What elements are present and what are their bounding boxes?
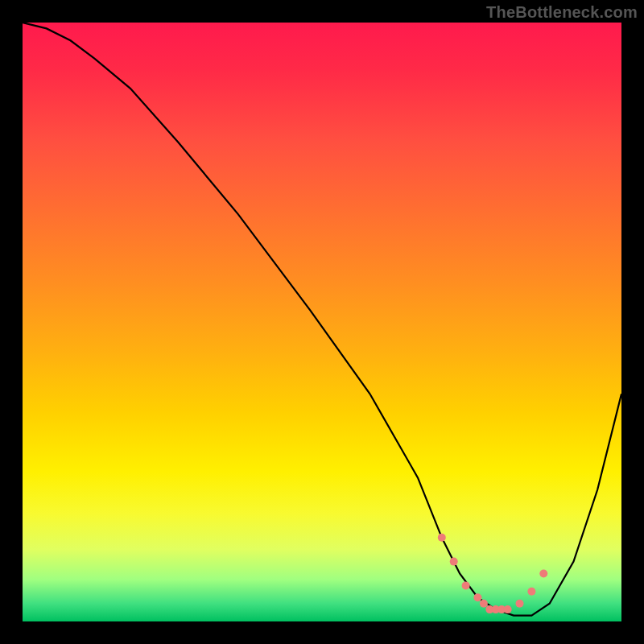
watermark-text: TheBottleneck.com	[486, 3, 638, 22]
chart-frame: TheBottleneck.com	[0, 0, 644, 644]
gradient-plot-area	[23, 23, 621, 621]
